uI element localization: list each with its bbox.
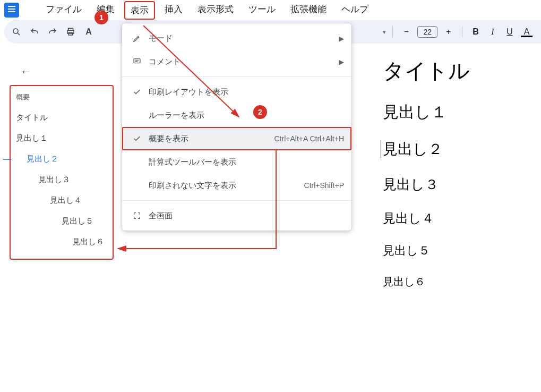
menu-item-label: 印刷レイアウトを表示: [144, 87, 344, 97]
outline-item[interactable]: 見出し４: [13, 190, 110, 211]
doc-heading-3: 見出し３: [383, 175, 541, 194]
menu-item-label: 印刷されない文字を表示: [144, 181, 304, 191]
toolbar-divider: [462, 26, 462, 38]
italic-button[interactable]: I: [485, 27, 501, 37]
view-menu-item[interactable]: 印刷レイアウトを表示: [122, 80, 351, 104]
doc-heading-4: 見出し４: [383, 210, 541, 227]
outline-item[interactable]: 見出し１: [13, 128, 110, 149]
outline-item[interactable]: タイトル: [13, 107, 110, 128]
check-icon: [130, 88, 144, 96]
doc-heading-1: 見出し１: [383, 101, 541, 123]
fullscreen-icon: [130, 211, 144, 220]
outline-item[interactable]: 見出し５: [13, 211, 110, 232]
print-icon[interactable]: [62, 23, 80, 41]
menu-item-label: 概要を表示: [144, 134, 274, 144]
menu-挿入[interactable]: 挿入: [159, 1, 188, 20]
doc-heading-2: 見出し２: [383, 139, 541, 159]
menu-ツール[interactable]: ツール: [243, 1, 281, 20]
menu-item-label: 計算式ツールバーを表示: [144, 157, 344, 167]
outline-panel: 概要 タイトル見出し１見出し２見出し３見出し４見出し５見出し６: [10, 85, 114, 260]
pencil-icon: [130, 34, 144, 42]
search-icon[interactable]: [7, 23, 25, 41]
menu-拡張機能[interactable]: 拡張機能: [285, 1, 332, 20]
svg-rect-5: [134, 59, 140, 63]
doc-title: タイトル: [383, 56, 541, 86]
menu-表示形式[interactable]: 表示形式: [192, 1, 239, 20]
menu-item-label: モード: [144, 33, 339, 44]
outline-header: 概要: [13, 90, 110, 107]
menu-表示[interactable]: 表示: [124, 1, 155, 20]
annotation-badge-1: 1: [95, 11, 108, 24]
outline-back-icon[interactable]: ←: [20, 65, 32, 79]
outline-item[interactable]: 見出し６: [13, 232, 110, 252]
menubar: ファイル編集表示挿入表示形式ツール拡張機能ヘルプ: [0, 0, 541, 20]
view-menu-item[interactable]: コメント▸: [122, 50, 351, 73]
svg-point-0: [13, 29, 18, 33]
menu-item-label: ルーラーを表示: [144, 110, 344, 121]
doc-heading-5: 見出し５: [383, 243, 541, 259]
submenu-arrow-icon: ▸: [339, 32, 344, 45]
bold-button[interactable]: B: [468, 27, 484, 37]
view-menu-item[interactable]: ルーラーを表示: [122, 104, 351, 127]
comment-icon: [130, 57, 144, 66]
view-menu-item[interactable]: 印刷されない文字を表示Ctrl+Shift+P: [122, 174, 351, 197]
underline-button[interactable]: U: [502, 27, 518, 37]
view-menu-item[interactable]: 概要を表示Ctrl+Alt+A Ctrl+Alt+H: [122, 127, 351, 150]
menu-item-shortcut: Ctrl+Shift+P: [304, 181, 344, 190]
spellcheck-icon[interactable]: A: [80, 23, 98, 41]
submenu-arrow-icon: ▸: [339, 55, 344, 68]
text-color-button[interactable]: A: [519, 27, 535, 37]
fontsize-decrease[interactable]: −: [398, 27, 414, 37]
menu-ファイル[interactable]: ファイル: [40, 1, 87, 20]
view-menu-item[interactable]: 計算式ツールバーを表示: [122, 150, 351, 174]
document-canvas: タイトル 見出し１ 見出し２ 見出し３ 見出し４ 見出し５ 見出し６: [376, 46, 541, 305]
docs-logo-icon[interactable]: [4, 3, 19, 18]
doc-heading-2-text: 見出し２: [383, 141, 443, 157]
view-menu-item[interactable]: 全画面: [122, 204, 351, 227]
check-icon: [130, 134, 144, 143]
menu-item-shortcut: Ctrl+Alt+A Ctrl+Alt+H: [274, 134, 345, 143]
view-menu-dropdown: モード▸コメント▸印刷レイアウトを表示ルーラーを表示概要を表示Ctrl+Alt+…: [122, 23, 351, 231]
svg-line-1: [18, 33, 20, 35]
font-size-input[interactable]: 22: [417, 26, 437, 38]
menu-ヘルプ[interactable]: ヘルプ: [336, 1, 374, 20]
menu-item-label: コメント: [144, 57, 339, 67]
doc-heading-6: 見出し６: [383, 275, 541, 289]
outline-item[interactable]: 見出し２: [13, 149, 110, 169]
annotation-badge-2: 2: [253, 105, 267, 119]
toolbar-divider: [392, 26, 393, 38]
outline-item[interactable]: 見出し３: [13, 169, 110, 190]
view-menu-item[interactable]: モード▸: [122, 27, 351, 50]
undo-icon[interactable]: [25, 23, 44, 41]
fontsize-increase[interactable]: +: [441, 27, 457, 37]
menu-item-label: 全画面: [144, 211, 344, 221]
redo-icon[interactable]: [44, 23, 62, 41]
